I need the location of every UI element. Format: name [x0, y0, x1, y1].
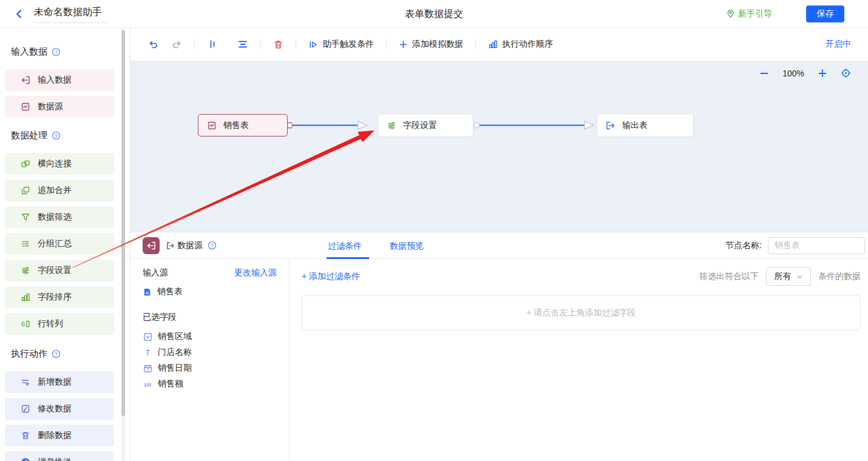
field-row: 销售区域 [143, 329, 277, 345]
add-rows-icon [21, 377, 30, 387]
node-sales-table[interactable]: 销售表 [198, 114, 288, 136]
panel-header: 数据源 ? 过滤条件 数据预览 节点名称: [131, 232, 868, 259]
help-icon[interactable]: ? [52, 47, 61, 56]
sort-bars-icon [21, 292, 30, 302]
location-pin-icon [726, 9, 735, 18]
text-field-icon: T [143, 348, 152, 357]
import-data-icon [146, 241, 156, 251]
save-button[interactable]: 保存 [806, 5, 844, 22]
canvas-toolbar: 助手触发条件 添加模拟数据 执行动作顺序 开启中 [131, 28, 868, 61]
output-port[interactable] [474, 123, 480, 128]
match-mode-select[interactable]: 所有 [766, 268, 811, 286]
crosshair-icon [841, 68, 851, 78]
node-name-input[interactable] [768, 237, 865, 254]
output-port[interactable] [287, 123, 293, 128]
sidebar-item-data-filter[interactable]: 数据筛选 [5, 206, 114, 228]
node-type-label: 数据源 ? [166, 240, 217, 251]
section-input-data: 输入数据 ? [0, 46, 130, 57]
chevron-down-icon [796, 274, 803, 280]
join-icon [21, 159, 30, 169]
data-source-icon [21, 102, 30, 112]
node-output-table[interactable]: 输出表 [597, 113, 694, 137]
field-row: T 门店名称 [143, 345, 277, 360]
message-push-icon [21, 457, 30, 461]
sidebar-item-field-sort[interactable]: 字段排序 [5, 286, 114, 308]
add-filter-condition-link[interactable]: + 添加过滤条件 [302, 271, 360, 282]
section-actions: 执行动作 ? [0, 348, 130, 359]
play-bar-icon [308, 39, 319, 50]
section-data-processing: 数据处理 ? [0, 130, 130, 141]
assistant-name[interactable]: 未命名数据助手 [33, 5, 108, 23]
back-button[interactable] [8, 5, 29, 23]
sidebar-item-data-source[interactable]: 数据源 [5, 96, 114, 118]
field-row: 7 销售日期 [143, 360, 277, 376]
help-icon[interactable]: ? [52, 349, 61, 358]
sidebar-scrollbar-thumb[interactable] [121, 30, 125, 416]
plus-icon [399, 40, 408, 49]
svg-text:?: ? [55, 49, 58, 55]
align-lines-button[interactable] [235, 36, 251, 52]
redo-icon [171, 39, 182, 50]
sidebar-item-modify-data[interactable]: 修改数据 [5, 398, 114, 420]
sidebar-item-append-merge[interactable]: 追加合并 [5, 180, 114, 201]
trash-icon [273, 39, 283, 50]
distribute-vertical-button[interactable] [205, 36, 220, 52]
sidebar-item-field-settings[interactable]: 字段设置 [5, 260, 114, 281]
source-column: 输入源 更改输入源 销售表 已选字段 销售区域 [131, 259, 290, 461]
tab-filter-conditions[interactable]: 过滤条件 [328, 232, 362, 259]
node-field-settings[interactable]: 字段设置 [378, 113, 473, 137]
page-title: 表单数据提交 [405, 0, 463, 28]
document-icon [143, 288, 152, 297]
sidebar-item-message-push[interactable]: 消息推送 [5, 451, 114, 461]
assistant-status-toggle[interactable]: 开启中 [826, 39, 851, 50]
svg-text:?: ? [55, 351, 58, 357]
sidebar-item-add-data[interactable]: 新增数据 [5, 371, 114, 393]
align-lines-icon [237, 39, 248, 50]
sidebar-item-delete-data[interactable]: 删除数据 [5, 425, 114, 446]
number-field-icon: 123 [143, 380, 152, 389]
svg-text:123: 123 [144, 382, 151, 387]
undo-icon [148, 39, 159, 50]
flow-canvas[interactable]: 销售表 字段设置 输出表 100% [131, 61, 868, 232]
sliders-icon [387, 121, 396, 130]
change-source-link[interactable]: 更改输入源 [234, 268, 277, 278]
filter-placeholder: + 请点击左上角添加过滤字段 [302, 295, 861, 331]
svg-text:T: T [145, 348, 150, 357]
filter-conditions-area: + 添加过滤条件 筛选出符合以下 所有 条件的数据 [290, 259, 868, 461]
select-field-icon [143, 332, 152, 342]
match-suffix-text: 条件的数据 [818, 271, 861, 282]
sidebar-item-row-to-column[interactable]: 6 行转列 [5, 313, 114, 335]
input-source-label: 输入源 [143, 268, 168, 278]
fit-view-button[interactable] [841, 68, 851, 78]
sidebar-item-group-summary[interactable]: 分组汇总 [5, 233, 114, 255]
import-data-icon [21, 75, 30, 85]
trigger-condition-button[interactable]: 助手触发条件 [306, 36, 376, 52]
help-icon[interactable]: ? [208, 241, 217, 250]
add-mock-data-button[interactable]: 添加模拟数据 [396, 36, 466, 52]
funnel-icon [21, 212, 30, 222]
sliders-icon [21, 266, 30, 275]
zoom-out-button[interactable] [759, 69, 769, 78]
tab-data-preview[interactable]: 数据预览 [390, 232, 424, 259]
node-config-panel: 数据源 ? 过滤条件 数据预览 节点名称: [131, 232, 868, 461]
beginner-guide-link[interactable]: 新手引导 [726, 8, 772, 19]
svg-text:6: 6 [21, 320, 25, 328]
sidebar-item-input-data[interactable]: 输入数据 [5, 69, 114, 91]
undo-button[interactable] [146, 36, 161, 52]
zoom-controls: 100% [759, 68, 851, 78]
edit-icon [21, 404, 30, 414]
node-library-sidebar: 输入数据 ? 输入数据 数据源 数据处理 ? [0, 28, 131, 461]
delete-node-button[interactable] [271, 37, 286, 52]
help-icon[interactable]: ? [52, 131, 61, 140]
data-source-icon [207, 121, 217, 130]
redo-button[interactable] [169, 36, 185, 52]
source-table-row: 销售表 [143, 286, 277, 297]
zoom-in-button[interactable] [818, 69, 827, 78]
action-order-button[interactable]: 执行动作顺序 [486, 36, 555, 52]
group-list-icon [21, 239, 30, 249]
selected-fields-title: 已选字段 [143, 312, 277, 323]
sidebar-item-horizontal-join[interactable]: 横向连接 [5, 153, 114, 175]
append-icon [21, 186, 30, 195]
node-type-badge [143, 237, 160, 254]
svg-text:?: ? [211, 243, 214, 249]
